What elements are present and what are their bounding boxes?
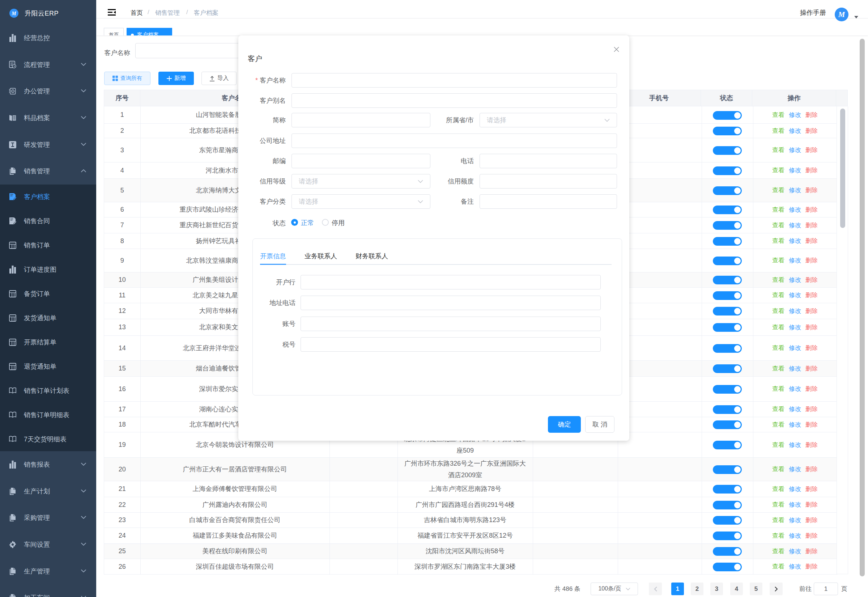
svg-text:M: M bbox=[11, 11, 16, 16]
svg-text:M: M bbox=[838, 10, 846, 19]
